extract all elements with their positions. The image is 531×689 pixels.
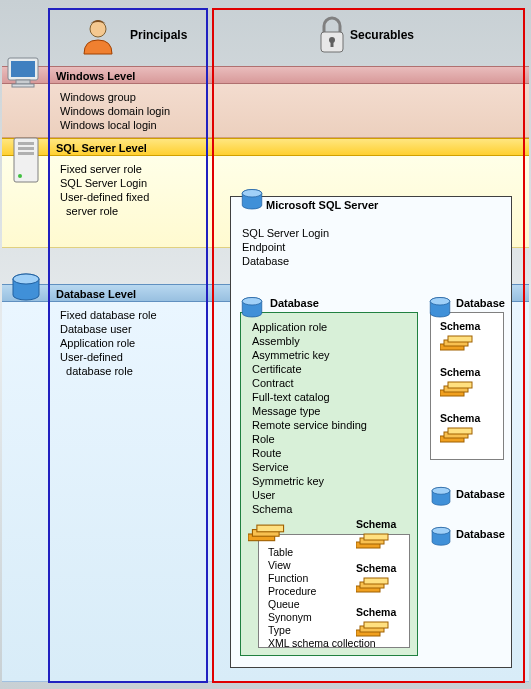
securable-server-items: SQL Server Login Endpoint Database: [242, 226, 329, 268]
diagram-text: Database: [242, 254, 329, 268]
svg-rect-33: [448, 428, 472, 434]
svg-rect-36: [364, 534, 388, 540]
diagram-text: SQL Server Login: [242, 226, 329, 240]
schema-stack-icon: [248, 522, 288, 546]
diagram-text: SQL Server Login: [60, 176, 149, 190]
lock-icon: [318, 16, 346, 56]
diagram-text: database role: [60, 364, 157, 378]
mini-schema-1: Schema: [356, 518, 396, 530]
diagram-text: User: [252, 488, 367, 502]
diagram-text: Service: [252, 460, 367, 474]
diagram-text: Application role: [252, 320, 367, 334]
securable-database-items: Application role Assembly Asymmetric key…: [252, 320, 367, 516]
diagram-text: server role: [60, 204, 149, 218]
diagram-text: User-defined: [60, 350, 157, 364]
database-icon: [10, 272, 42, 304]
windows-level-body: Windows group Windows domain login Windo…: [2, 84, 529, 138]
schema-group-1: Schema: [440, 320, 480, 332]
schema-label: Schema: [356, 606, 396, 618]
sql-level-items: Fixed server role SQL Server Login User-…: [60, 162, 149, 218]
svg-point-12: [18, 174, 22, 178]
securable-right-database-title: Database: [456, 297, 505, 309]
user-icon: [78, 16, 118, 56]
diagram-text: Route: [252, 446, 367, 460]
svg-rect-39: [364, 578, 388, 584]
schema-group-2: Schema: [440, 366, 480, 378]
windows-level-header-text: Windows Level: [2, 67, 529, 85]
schema-stack-icon: [440, 426, 476, 446]
diagram-text: Schema: [252, 502, 367, 516]
monitor-icon: [6, 56, 46, 92]
schema-label: Schema: [440, 412, 480, 424]
svg-rect-30: [448, 382, 472, 388]
schema-stack-icon: [356, 576, 392, 596]
svg-rect-7: [12, 84, 34, 87]
database-icon: [430, 526, 452, 548]
diagram-text: Role: [252, 432, 367, 446]
schema-label: Schema: [440, 320, 480, 332]
diagram-text: Endpoint: [242, 240, 329, 254]
svg-rect-9: [18, 142, 34, 145]
database-icon: [428, 296, 452, 320]
diagram-text: Contract: [252, 376, 367, 390]
diagram-text: Application role: [60, 336, 157, 350]
svg-rect-42: [364, 622, 388, 628]
diagram-text: Full-text catalog: [252, 390, 367, 404]
schema-group-3: Schema: [440, 412, 480, 424]
svg-rect-3: [331, 40, 334, 47]
sql-level-header: SQL Server Level: [2, 138, 529, 156]
svg-point-16: [242, 190, 262, 198]
database-icon: [240, 296, 264, 320]
svg-rect-10: [18, 147, 34, 150]
svg-point-18: [242, 298, 262, 306]
server-icon: [10, 134, 42, 186]
diagram-text: Windows domain login: [60, 104, 170, 118]
schema-stack-icon: [356, 532, 392, 552]
schema-stack-icon: [356, 620, 392, 640]
schema-stack-icon: [440, 380, 476, 400]
svg-rect-5: [11, 61, 35, 77]
principals-column-title: Principals: [130, 28, 187, 42]
diagram-text: User-defined fixed: [60, 190, 149, 204]
diagram-text: Asymmetric key: [252, 348, 367, 362]
diagram-text: Remote service binding: [252, 418, 367, 432]
svg-point-20: [430, 298, 450, 306]
securables-column-title: Securables: [350, 28, 414, 42]
securable-database-title: Database: [270, 297, 319, 309]
database-icon: [240, 188, 264, 212]
svg-point-14: [13, 274, 39, 284]
svg-rect-6: [16, 80, 30, 84]
schema-label: Schema: [440, 366, 480, 378]
mini-schema-2: Schema: [356, 562, 396, 574]
database-icon: [430, 486, 452, 508]
svg-rect-45: [257, 525, 284, 532]
diagram-text: Assembly: [252, 334, 367, 348]
diagram-text: Windows group: [60, 90, 170, 104]
mini-schema-3: Schema: [356, 606, 396, 618]
db-level-items: Fixed database role Database user Applic…: [60, 308, 157, 378]
svg-point-0: [90, 21, 106, 37]
schema-label: Schema: [356, 562, 396, 574]
mini-database-label-1: Database: [456, 488, 505, 500]
diagram-text: Certificate: [252, 362, 367, 376]
mini-database-label-2: Database: [456, 528, 505, 540]
securable-server-title: Microsoft SQL Server: [266, 199, 378, 211]
windows-level-items: Windows group Windows domain login Windo…: [60, 90, 170, 132]
svg-point-24: [432, 527, 450, 534]
schema-stack-icon: [440, 334, 476, 354]
diagram-text: Fixed server role: [60, 162, 149, 176]
sql-level-header-text: SQL Server Level: [2, 139, 529, 157]
svg-rect-27: [448, 336, 472, 342]
diagram-text: Symmetric key: [252, 474, 367, 488]
diagram-text: Windows local login: [60, 118, 170, 132]
diagram-text: Message type: [252, 404, 367, 418]
svg-rect-11: [18, 152, 34, 155]
svg-point-22: [432, 487, 450, 494]
windows-level-header: Windows Level: [2, 66, 529, 84]
diagram-text: Fixed database role: [60, 308, 157, 322]
diagram-text: Database user: [60, 322, 157, 336]
schema-label: Schema: [356, 518, 396, 530]
